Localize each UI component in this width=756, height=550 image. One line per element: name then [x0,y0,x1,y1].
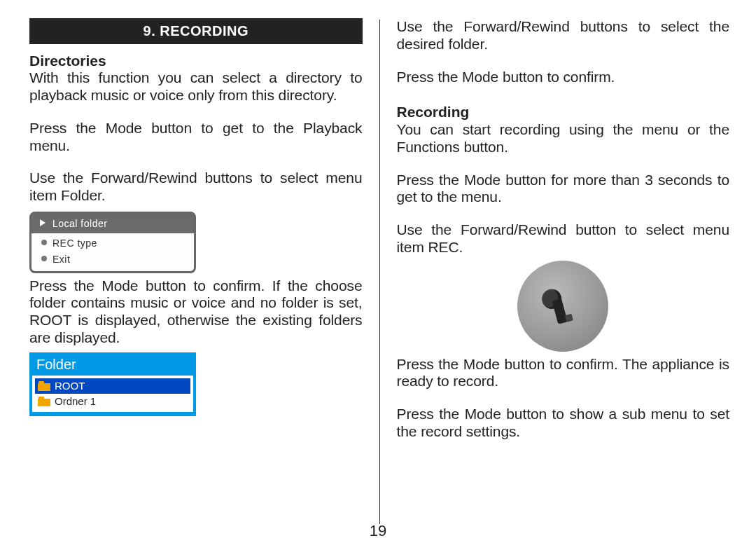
left-column: 9. RECORDING Directories With this funct… [29,18,379,515]
folder-row: Ordner 1 [35,394,190,409]
heading-directories: Directories [29,53,363,70]
body-text: Press the Mode button to confirm. If the… [29,277,363,347]
page-number: 19 [0,522,756,540]
microphone-icon [517,261,608,352]
folder-label: ROOT [55,380,85,392]
body-text: Press the Mode button to confirm. [397,69,730,86]
microphone-shape [535,278,591,334]
body-text: Press the Mode button for more than 3 se… [397,172,730,207]
folder-label: Ordner 1 [55,395,96,408]
menu-screenshot-grey: Local folder REC type Exit [29,212,196,273]
folder-row-selected: ROOT [35,378,190,394]
menu-inner: ROOT Ordner 1 [32,376,193,411]
page-columns: 9. RECORDING Directories With this funct… [0,0,756,515]
folder-icon [38,397,50,406]
menu-title: Folder [32,355,193,376]
body-text: Use the Forward/Rewind buttons to select… [397,18,730,53]
body-text: Press the Mode button to get to the Play… [29,120,363,155]
body-text: Press the Mode button to confirm. The ap… [397,356,730,391]
folder-icon [38,381,50,391]
body-text: Use the Forward/Rewind button to select … [397,221,730,256]
menu-item: REC type [31,233,194,249]
menu-item-selected: Local folder [31,214,194,234]
chapter-banner: 9. RECORDING [29,18,363,44]
menu-screenshot-folder: Folder ROOT Ordner 1 [29,352,196,416]
menu-item: Exit [31,249,194,266]
body-text: You can start recording using the menu o… [397,121,730,156]
heading-recording: Recording [397,104,730,121]
body-text: Press the Mode button to show a sub menu… [397,406,730,441]
body-text: With this function you can select a dire… [29,69,363,104]
body-text: Use the Forward/Rewind buttons to select… [29,170,363,205]
right-column: Use the Forward/Rewind buttons to select… [380,18,730,515]
